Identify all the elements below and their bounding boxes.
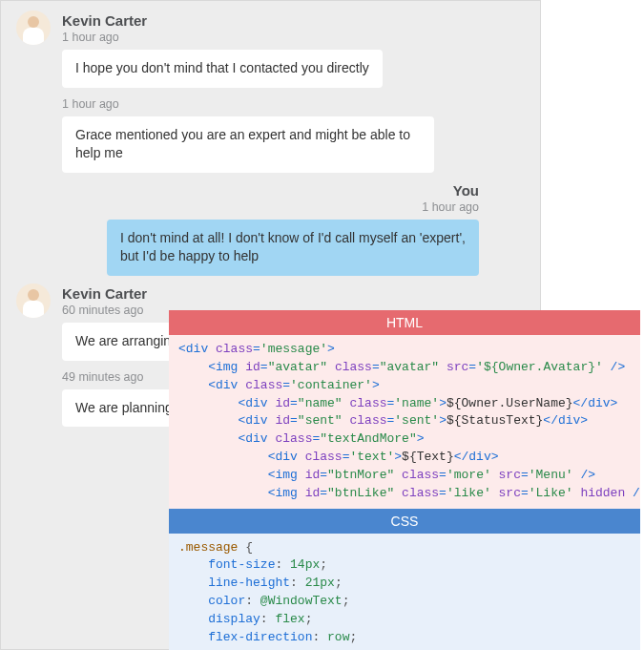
code-line: <div class='container'> <box>178 377 631 395</box>
code-line: line-height: 21px; <box>178 575 631 593</box>
timestamp: 1 hour ago <box>31 200 479 214</box>
code-line: font-size: 14px; <box>178 556 631 575</box>
overlay-css-code: .message { font-size: 14px; line-height:… <box>169 534 640 650</box>
code-overlay: HTML <div class='message'> <img id="avat… <box>169 310 640 650</box>
author-name: Kevin Carter <box>62 285 509 302</box>
timestamp: 1 hour ago <box>62 31 509 44</box>
message-body: You1 hour agoI don't mind at all! I don'… <box>31 180 479 276</box>
code-line: color: @WindowText; <box>178 593 631 611</box>
code-line: <img id="avatar" class="avatar" src='${O… <box>178 359 631 377</box>
code-line: <div id="sent" class='sent'>${StatusText… <box>178 412 631 430</box>
code-line: display: flex; <box>178 611 631 629</box>
code-line: <div class="textAndMore"> <box>178 430 631 449</box>
message-bubble[interactable]: Grace mentioned you are an expert and mi… <box>62 116 434 173</box>
code-line: <div class='message'> <box>178 341 631 359</box>
code-line: .message { <box>178 539 631 557</box>
overlay-html-header: HTML <box>169 310 640 335</box>
avatar[interactable] <box>16 10 51 45</box>
code-line: <div id="name" class='name'>${Owner.User… <box>178 395 631 413</box>
message-bubble[interactable]: I don't mind at all! I don't know of I'd… <box>107 220 479 276</box>
author-name: You <box>31 182 479 199</box>
timestamp: 1 hour ago <box>62 97 509 111</box>
message-body: Kevin Carter1 hour agoI hope you don't m… <box>62 10 509 173</box>
code-line: <div class='text'>${Text}</div> <box>178 449 631 467</box>
overlay-css-header: CSS <box>169 509 640 534</box>
message-incoming: Kevin Carter1 hour agoI hope you don't m… <box>1 7 540 177</box>
code-line: <img id="btnMore" class='more' src='Menu… <box>178 467 631 485</box>
avatar[interactable] <box>16 283 51 318</box>
message-bubble[interactable]: I hope you don't mind that I contacted y… <box>62 50 383 88</box>
author-name: Kevin Carter <box>62 12 509 29</box>
overlay-html-code: <div class='message'> <img id="avatar" c… <box>169 335 640 509</box>
code-line: align-items: flex-start; <box>178 647 631 650</box>
message-outgoing: You1 hour agoI don't mind at all! I don'… <box>1 177 540 280</box>
code-line: flex-direction: row; <box>178 629 631 647</box>
code-line: <img id="btnLike" class='like' src='Like… <box>178 485 631 503</box>
